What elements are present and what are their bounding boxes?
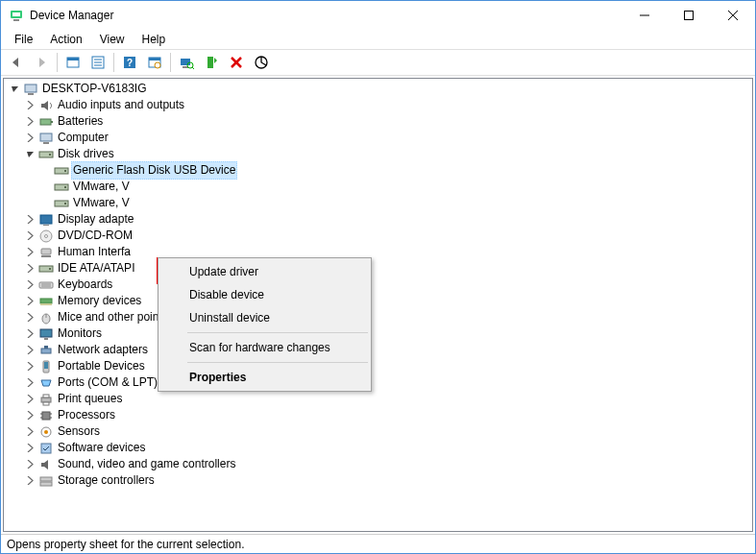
svg-rect-29: [51, 121, 53, 123]
tree-device[interactable]: VMware, V: [38, 195, 752, 211]
tree-category[interactable]: Disk drives: [23, 146, 752, 162]
category-icon: [38, 457, 54, 472]
tree-category[interactable]: Batteries: [23, 113, 752, 130]
tree-category[interactable]: Mice and other pointing devices: [23, 309, 752, 325]
chevron-right-icon[interactable]: [23, 262, 37, 276]
maximize-button[interactable]: [667, 1, 711, 30]
tree-category-label: Display adapte: [56, 211, 135, 228]
forward-button[interactable]: [30, 51, 53, 74]
tree-category[interactable]: Print queues: [23, 391, 752, 407]
minimize-button[interactable]: [622, 1, 667, 30]
menu-help[interactable]: Help: [134, 32, 174, 47]
tree-category[interactable]: Memory devices: [23, 293, 752, 309]
tree-category[interactable]: Display adapte: [23, 211, 752, 228]
chevron-right-icon[interactable]: [23, 99, 37, 112]
chevron-right-icon[interactable]: [23, 278, 37, 292]
tree-category[interactable]: Software devices: [23, 440, 752, 456]
chevron-right-icon[interactable]: [23, 327, 37, 341]
chevron-right-icon[interactable]: [23, 344, 37, 357]
chevron-right-icon[interactable]: [23, 393, 37, 406]
tree-category[interactable]: Sensors: [23, 423, 752, 440]
menu-view[interactable]: View: [92, 32, 133, 47]
context-menu-item[interactable]: Properties: [160, 366, 369, 389]
svg-point-47: [49, 268, 51, 270]
scan-hardware-button[interactable]: [175, 51, 198, 74]
app-icon: [9, 8, 24, 23]
chevron-right-icon[interactable]: [23, 115, 37, 129]
tree-category[interactable]: Storage controllers: [23, 472, 752, 489]
category-icon: [38, 359, 54, 374]
category-icon: [38, 441, 54, 456]
device-manager-window: Device Manager File Action View Help ? D…: [0, 0, 756, 554]
chevron-right-icon[interactable]: [23, 376, 37, 390]
chevron-right-icon[interactable]: [23, 458, 37, 471]
content-area: DESKTOP-V6183IGAudio inputs and outputsB…: [3, 78, 753, 532]
chevron-right-icon[interactable]: [23, 246, 37, 259]
chevron-right-icon[interactable]: [23, 213, 37, 227]
tree-category[interactable]: Human Interfa: [23, 244, 752, 260]
help-button[interactable]: ?: [118, 51, 141, 74]
svg-rect-61: [41, 397, 51, 402]
category-icon: [38, 310, 54, 325]
show-hidden-button[interactable]: [61, 51, 85, 74]
tree-root[interactable]: DESKTOP-V6183IG: [8, 81, 752, 97]
category-icon: [38, 147, 54, 162]
toolbar: ?: [1, 49, 755, 76]
svg-rect-31: [43, 142, 49, 144]
tree-category[interactable]: Computer: [23, 130, 752, 146]
uninstall-button[interactable]: [225, 51, 248, 74]
chevron-right-icon[interactable]: [23, 295, 37, 308]
tree-category[interactable]: DVD/CD-ROM: [23, 228, 752, 244]
tree-category[interactable]: Audio inputs and outputs: [23, 97, 752, 113]
context-menu-item[interactable]: Disable device: [160, 283, 369, 306]
category-icon: [38, 229, 54, 244]
properties-button[interactable]: [86, 51, 110, 74]
tree-category[interactable]: Monitors: [23, 325, 752, 342]
svg-rect-55: [40, 329, 52, 337]
chevron-right-icon[interactable]: [23, 409, 37, 422]
chevron-right-icon[interactable]: [23, 360, 37, 373]
context-menu-item[interactable]: Uninstall device: [160, 306, 369, 329]
chevron-right-icon[interactable]: [23, 442, 37, 455]
context-menu-item[interactable]: Update driver: [160, 260, 369, 283]
tree-category-label: Batteries: [56, 113, 105, 130]
disk-icon: [54, 196, 69, 211]
svg-rect-73: [40, 482, 52, 486]
titlebar: Device Manager: [1, 1, 755, 30]
category-icon: [38, 326, 54, 342]
tree-category[interactable]: IDE ATA/ATAPI: [23, 260, 752, 277]
chevron-right-icon[interactable]: [23, 311, 37, 325]
chevron-right-icon[interactable]: [23, 132, 37, 145]
tree-category[interactable]: Processors: [23, 407, 752, 423]
chevron-right-icon[interactable]: [23, 425, 37, 439]
menu-action[interactable]: Action: [42, 32, 89, 47]
menu-file[interactable]: File: [7, 32, 40, 47]
toolbar-separator: [57, 53, 58, 72]
category-icon: [38, 245, 54, 260]
tree-device[interactable]: Generic Flash Disk USB Device: [38, 162, 752, 179]
chevron-right-icon[interactable]: [23, 229, 37, 243]
disable-button[interactable]: [250, 51, 273, 74]
svg-rect-1: [12, 12, 20, 16]
tree-category[interactable]: Network adapters: [23, 342, 752, 358]
update-driver-button[interactable]: [200, 51, 223, 74]
action-button[interactable]: [143, 51, 166, 74]
tree-category-label: Human Interfa: [56, 244, 133, 260]
svg-rect-63: [43, 402, 49, 405]
tree-device[interactable]: VMware, V: [38, 179, 752, 195]
context-menu-item[interactable]: Scan for hardware changes: [160, 336, 369, 359]
back-button[interactable]: [5, 51, 28, 74]
svg-rect-58: [44, 346, 48, 349]
device-tree[interactable]: DESKTOP-V6183IGAudio inputs and outputsB…: [4, 79, 752, 531]
chevron-right-icon[interactable]: [23, 474, 37, 488]
tree-category[interactable]: Sound, video and game controllers: [23, 456, 752, 472]
category-icon: [38, 294, 54, 309]
chevron-down-icon[interactable]: [23, 148, 37, 161]
category-icon: [38, 114, 54, 130]
tree-category[interactable]: Keyboards: [23, 277, 752, 293]
tree-category[interactable]: Ports (COM & LPT): [23, 374, 752, 391]
chevron-down-icon[interactable]: [8, 83, 21, 96]
tree-category[interactable]: Portable Devices: [23, 358, 752, 374]
close-button[interactable]: [711, 1, 755, 30]
svg-rect-40: [40, 215, 52, 224]
